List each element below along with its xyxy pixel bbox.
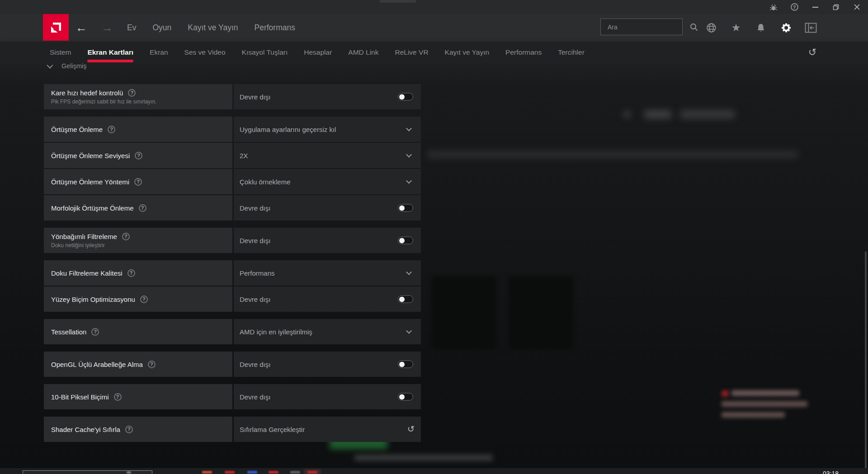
setting-label-cell: Tessellation?	[44, 319, 232, 344]
taskbar-app-icon[interactable]	[225, 471, 235, 474]
star-icon[interactable]: ★	[726, 14, 746, 42]
back-arrow-icon[interactable]: ←	[73, 14, 90, 42]
setting-value: Devre dışı	[240, 361, 270, 368]
setting-value-cell: Devre dışı	[234, 352, 421, 377]
settings-gear-icon[interactable]	[775, 14, 796, 42]
setting-label-cell: Örtüşme Önleme?	[44, 117, 232, 142]
setting-value: Devre dışı	[240, 237, 270, 244]
tab-tercihler[interactable]: Tercihler	[558, 42, 585, 63]
tab-amd-link[interactable]: AMD Link	[348, 42, 378, 63]
reset-icon[interactable]: ↺	[407, 424, 415, 434]
help-icon[interactable]: ?	[125, 426, 133, 433]
taskbar-search-box[interactable]	[23, 470, 152, 474]
close-icon[interactable]	[846, 0, 867, 14]
toggle-switch-off[interactable]	[398, 93, 413, 101]
tab-hesaplar[interactable]: Hesaplar	[304, 42, 332, 63]
help-icon[interactable]: ?	[127, 269, 135, 277]
setting-value: Devre dışı	[240, 296, 270, 303]
amd-logo[interactable]	[43, 14, 69, 41]
help-icon[interactable]: ?	[114, 393, 122, 401]
setting-value-cell[interactable]: AMD için en iyileştirilmiş	[234, 319, 421, 344]
minimize-icon[interactable]	[805, 0, 826, 14]
setting-value-cell[interactable]: Çoklu örnekleme	[234, 169, 421, 194]
setting-label-cell: 10-Bit Piksel Biçimi?	[44, 384, 232, 409]
tab-ekran-kartlar[interactable]: Ekran Kartları	[87, 42, 133, 63]
setting-row-y-nba-ml-filtreleme: Yönbağımlı Filtreleme?Doku netliğini iyi…	[44, 228, 421, 253]
scrollbar-thumb[interactable]	[865, 251, 867, 472]
toggle-switch-off[interactable]	[398, 204, 413, 212]
setting-label: OpenGL Üçlü Arabelleğe Alma	[51, 361, 143, 368]
collapse-panel-icon[interactable]	[800, 14, 821, 42]
tab-ses-ve-video[interactable]: Ses ve Video	[184, 42, 226, 63]
help-icon[interactable]: ?	[135, 152, 142, 160]
chevron-down-icon	[406, 328, 412, 334]
blurred-icon	[624, 111, 630, 117]
bug-report-icon[interactable]	[763, 0, 784, 14]
restore-defaults-icon[interactable]: ↺	[806, 46, 819, 59]
setting-value-cell[interactable]: Uygulama ayarlarını geçersiz kıl	[234, 117, 421, 142]
help-icon[interactable]: ?	[148, 361, 156, 368]
setting-value-cell: Devre dışı	[234, 384, 421, 409]
toggle-switch-off[interactable]	[398, 361, 413, 368]
blurred-alert-text	[731, 390, 799, 396]
blurred-alert-icon	[722, 390, 729, 397]
taskbar-app-icon[interactable]	[307, 471, 317, 474]
window-controls: ?	[763, 0, 867, 14]
help-icon[interactable]: ?	[91, 328, 99, 336]
toggle-switch-off[interactable]	[398, 296, 413, 303]
chevron-down-icon	[406, 126, 412, 131]
setting-label-cell: Örtüşme Önleme Seviyesi?	[44, 143, 232, 168]
toggle-switch-off[interactable]	[398, 237, 413, 244]
setting-label: Kare hızı hedef kontrolü	[51, 89, 123, 97]
tab-relive-vr[interactable]: ReLive VR	[395, 42, 428, 63]
toggle-switch-off[interactable]	[398, 393, 413, 401]
tab-performans[interactable]: Performans	[505, 42, 542, 63]
setting-value-cell: Devre dışı	[234, 228, 421, 253]
toggle-knob	[399, 238, 405, 243]
help-icon[interactable]: ?	[784, 0, 805, 14]
search-icon[interactable]	[689, 23, 698, 32]
maximize-icon[interactable]	[826, 0, 846, 14]
search-input[interactable]	[601, 23, 689, 31]
forward-arrow-icon[interactable]: →	[99, 14, 115, 42]
setting-label: Yüzey Biçim Optimizasyonu	[51, 296, 135, 303]
setting-value-cell[interactable]: 2X	[234, 143, 421, 168]
setting-value: Performans	[240, 269, 275, 277]
setting-label: Yönbağımlı Filtreleme	[51, 233, 117, 240]
globe-icon[interactable]	[701, 14, 722, 42]
notifications-bell-icon[interactable]	[750, 14, 771, 42]
taskbar-app-icon[interactable]	[269, 471, 278, 474]
help-icon[interactable]: ?	[128, 89, 136, 97]
setting-value-cell[interactable]: Performans	[234, 260, 421, 286]
toggle-knob	[399, 94, 405, 99]
help-icon[interactable]: ?	[140, 296, 148, 303]
setting-value-cell: Sıfırlama Gerçekleştir↺	[234, 417, 421, 442]
tab-sistem[interactable]: Sistem	[50, 42, 71, 63]
nav-item-ev[interactable]: Ev	[127, 23, 136, 33]
setting-label-cell: Doku Filtreleme Kalitesi?	[44, 260, 232, 286]
taskbar-app-icon[interactable]	[202, 471, 212, 474]
help-icon[interactable]: ?	[108, 126, 115, 133]
search-box[interactable]	[600, 19, 683, 35]
setting-label: Örtüşme Önleme Seviyesi	[51, 152, 130, 160]
toggle-knob	[399, 394, 405, 399]
setting-row-doku-filtreleme-kalitesi: Doku Filtreleme Kalitesi?Performans	[44, 260, 421, 286]
setting-value-cell: Devre dışı	[234, 286, 421, 312]
tab-ekran[interactable]: Ekran	[150, 42, 168, 63]
nav-item-performans[interactable]: Performans	[255, 23, 295, 33]
nav-item-kay-t-ve-yay-n[interactable]: Kayıt ve Yayın	[188, 23, 238, 33]
window-titlebar: ?	[0, 0, 868, 14]
nav-item-oyun[interactable]: Oyun	[152, 23, 171, 33]
tab-k-sayol-tu-lar[interactable]: Kısayol Tuşları	[242, 42, 288, 63]
help-icon[interactable]: ?	[134, 178, 142, 186]
setting-description: Pik FPS değerinizi sabit bir hız ile sın…	[51, 99, 232, 105]
setting-label: Morfolojik Örtüşme Önleme	[51, 204, 134, 212]
help-icon[interactable]: ?	[122, 233, 130, 240]
taskbar-app-icon[interactable]	[247, 471, 257, 474]
setting-label: Shader Cache'yi Sıfırla	[51, 426, 120, 433]
setting-row-shader-cache-yi-s-f-rla: Shader Cache'yi Sıfırla?Sıfırlama Gerçek…	[44, 417, 421, 442]
chevron-down-icon	[406, 152, 412, 158]
help-icon[interactable]: ?	[139, 204, 146, 212]
tab-kay-t-ve-yay-n[interactable]: Kayıt ve Yayın	[445, 42, 490, 63]
taskbar-app-icon[interactable]	[290, 471, 300, 474]
